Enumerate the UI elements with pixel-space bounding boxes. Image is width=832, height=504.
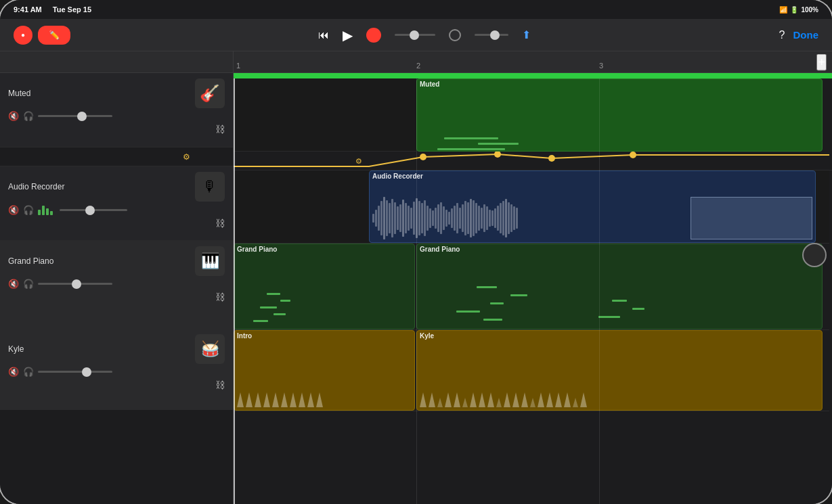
track-name-drums: Kyle: [8, 344, 24, 354]
track-header-spacer: [0, 51, 233, 73]
wifi-icon: 📶: [779, 6, 787, 14]
clip-piano-1[interactable]: Grand Piano: [234, 244, 415, 329]
toolbar: ● ✏️ ⏮ ▶: [0, 19, 832, 51]
drum-spike-small-3: [496, 398, 502, 407]
ipad-frame: 9:41 AM Tue Sep 15 📶 🔋 100% ● ✏️ ⏮: [0, 0, 832, 504]
master-volume-slider[interactable]: [395, 34, 435, 36]
loop-button[interactable]: [449, 29, 461, 41]
automation-row: ⚙: [0, 147, 233, 166]
drum-spike-small: [437, 398, 443, 407]
main-content: Muted 🎸 🔇 🎧: [0, 51, 832, 504]
clip-label-piano-1: Grand Piano: [237, 246, 277, 253]
track-list: Muted 🎸 🔇 🎧: [0, 51, 234, 504]
help-button[interactable]: ?: [779, 29, 785, 41]
add-track-button[interactable]: +: [816, 53, 827, 70]
clip-audio-recorder[interactable]: Audio Recorder: [369, 170, 816, 243]
clip-drums-kyle[interactable]: Kyle: [416, 330, 823, 411]
track-name-piano: Grand Piano: [8, 256, 53, 266]
svg-point-3: [630, 152, 636, 158]
drum-wave-1: [234, 352, 414, 407]
track-instrument-muted[interactable]: 🎸: [195, 78, 225, 108]
chain-icon-drums[interactable]: ⛓: [215, 380, 225, 390]
status-bar: 9:41 AM Tue Sep 15 📶 🔋 100%: [0, 0, 832, 19]
date: Tue Sep 15: [53, 5, 91, 14]
home-button[interactable]: [802, 243, 827, 267]
screen: 9:41 AM Tue Sep 15 📶 🔋 100% ● ✏️ ⏮: [0, 0, 832, 504]
track-instrument-piano[interactable]: 🎹: [195, 246, 225, 276]
timeline-tracks-container: Muted: [234, 78, 832, 504]
track-controls-drums: 🔇 🎧: [8, 367, 225, 377]
timeline-ruler: 1 2 3 +: [234, 51, 832, 73]
piano-row: Grand Piano Grand: [234, 244, 829, 330]
clip-piano-2[interactable]: Grand Piano: [416, 244, 823, 329]
svg-point-1: [494, 152, 501, 158]
ruler-mark-2: 2: [416, 62, 420, 70]
audio-empty: [234, 170, 369, 243]
chain-icon-piano[interactable]: ⛓: [215, 292, 225, 302]
track-instrument-audio[interactable]: 🎙: [195, 172, 225, 202]
measure-divider-2: [416, 78, 417, 504]
measure-divider-3: [599, 78, 600, 504]
drum-spike-small-4: [530, 398, 535, 407]
eq-indicator: [38, 204, 53, 215]
track-instrument-drums[interactable]: 🥁: [195, 334, 225, 364]
drums-row: Intro: [234, 330, 829, 411]
track-name-audio: Audio Recorder: [8, 182, 64, 191]
clip-drums-intro[interactable]: Intro: [234, 330, 415, 411]
ruler-mark-3: 3: [599, 62, 603, 70]
track-name-muted: Muted: [8, 89, 30, 98]
mute-icon-audio[interactable]: 🔇: [8, 205, 19, 215]
volume-slider-drums[interactable]: [38, 371, 119, 373]
clip-label-kyle: Kyle: [420, 332, 434, 340]
mute-icon-piano[interactable]: 🔇: [8, 279, 19, 289]
guitar-empty-1: [234, 78, 416, 152]
headphone-icon-piano[interactable]: 🎧: [23, 279, 34, 289]
svg-point-2: [548, 155, 555, 162]
headphone-icon-audio[interactable]: 🎧: [23, 205, 34, 215]
mute-icon-drums[interactable]: 🔇: [8, 367, 19, 377]
drum-spike-small-5: [573, 398, 578, 407]
volume-slider-muted[interactable]: [38, 115, 119, 117]
mute-icon-muted[interactable]: 🔇: [8, 111, 19, 121]
drum-wave-2: [417, 352, 822, 407]
time: 9:41 AM: [14, 5, 42, 14]
rewind-button[interactable]: ⏮: [318, 29, 329, 41]
done-button[interactable]: Done: [793, 29, 819, 41]
automation-icon: ⚙: [183, 152, 190, 162]
track-item-drums: Kyle 🥁 🔇 🎧: [0, 329, 233, 410]
pencil-button[interactable]: ✏️: [38, 26, 70, 45]
headphone-icon-drums[interactable]: 🎧: [23, 367, 34, 377]
track-item-audio: Audio Recorder 🎙 🔇 🎧: [0, 166, 233, 241]
chain-icon-muted[interactable]: ⛓: [215, 124, 225, 135]
clip-label-muted: Muted: [420, 81, 439, 88]
svg-point-0: [420, 154, 426, 160]
play-button[interactable]: ▶: [343, 27, 353, 43]
battery-icon: 🔋: [790, 6, 798, 14]
playback-position-bar: [234, 73, 832, 78]
audio-recorder-row: Audio Recorder: [234, 170, 829, 244]
automation-row-container: ⚙: [0, 147, 233, 166]
chain-icon-audio[interactable]: ⛓: [215, 218, 225, 229]
headphone-icon-muted[interactable]: 🎧: [23, 111, 34, 121]
automation-param-icon: ⚙: [355, 154, 362, 166]
record-indicator: ●: [14, 26, 32, 45]
track-controls-muted: 🔇 🎧: [8, 111, 225, 121]
playhead: [234, 78, 235, 504]
metronome-button[interactable]: ⬆: [522, 28, 531, 41]
track-controls-audio: 🔇 🎧: [8, 204, 225, 215]
automation-edit-row: ⚙: [234, 152, 832, 170]
volume-slider-piano[interactable]: [38, 283, 119, 285]
volume-slider-audio[interactable]: [60, 209, 141, 211]
track-item-piano: Grand Piano 🎹 🔇 🎧: [0, 241, 233, 329]
tempo-slider[interactable]: [475, 34, 508, 36]
track-controls-piano: 🔇 🎧: [8, 279, 225, 289]
automation-line-svg: [234, 152, 829, 170]
battery-level: 100%: [801, 6, 818, 14]
track-item-muted: Muted 🎸 🔇 🎧: [0, 73, 233, 147]
clip-label-audio: Audio Recorder: [372, 173, 423, 180]
clip-guitar[interactable]: Muted: [416, 78, 823, 152]
clip-label-piano-2: Grand Piano: [420, 246, 460, 253]
clip-label-intro: Intro: [237, 332, 252, 340]
record-button[interactable]: [366, 28, 381, 43]
timeline-area: 1 2 3 + Muted: [234, 51, 832, 504]
